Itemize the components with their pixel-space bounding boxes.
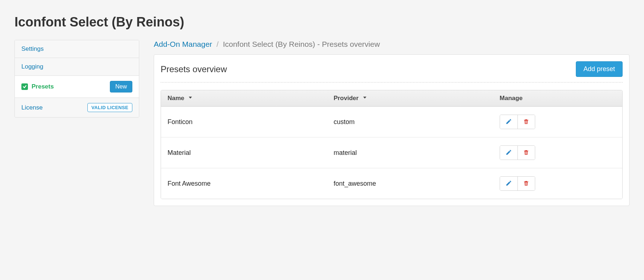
pencil-icon	[505, 149, 512, 157]
table-row: Fonticon custom	[161, 107, 622, 137]
cell-provider: font_awesome	[327, 168, 493, 199]
edit-button[interactable]	[500, 146, 517, 160]
sidebar-item-label: Presets	[32, 83, 54, 90]
table-row: Font Awesome font_awesome	[161, 168, 622, 199]
delete-button[interactable]	[517, 146, 535, 160]
cell-manage	[493, 107, 622, 137]
panel-title: Presets overview	[161, 64, 227, 74]
sidebar: Settings Logging Presets New License VAL…	[15, 40, 139, 118]
delete-button[interactable]	[517, 115, 535, 129]
edit-button[interactable]	[500, 177, 517, 190]
table-row: Material material	[161, 137, 622, 168]
action-group	[500, 115, 535, 129]
sidebar-item-logging[interactable]: Logging	[15, 58, 139, 76]
pencil-icon	[505, 118, 512, 126]
trash-icon	[523, 149, 529, 157]
sidebar-item-label: License	[21, 104, 43, 111]
column-header-provider[interactable]: Provider	[327, 90, 493, 107]
edit-button[interactable]	[500, 115, 517, 129]
cell-provider: material	[327, 137, 493, 168]
column-header-manage: Manage	[493, 90, 622, 107]
chevron-down-icon	[188, 95, 193, 102]
cell-manage	[493, 168, 622, 199]
chevron-down-icon	[362, 95, 367, 102]
cell-provider: custom	[327, 107, 493, 137]
presets-table: Name Provider	[161, 90, 623, 199]
main-content: Add-On Manager / Iconfont Select (By Rei…	[154, 40, 629, 206]
sidebar-item-presets[interactable]: Presets New	[15, 76, 139, 98]
trash-icon	[523, 118, 529, 126]
new-button[interactable]: New	[110, 81, 132, 92]
cell-name: Fonticon	[161, 107, 327, 137]
trash-icon	[523, 180, 529, 188]
page-title: Iconfont Select (By Reinos)	[15, 15, 629, 30]
cell-manage	[493, 137, 622, 168]
breadcrumb-separator: /	[216, 40, 219, 48]
breadcrumb-current: Iconfont Select (By Reinos) - Presets ov…	[223, 40, 380, 48]
breadcrumb: Add-On Manager / Iconfont Select (By Rei…	[154, 40, 629, 49]
add-preset-button[interactable]: Add preset	[576, 61, 623, 77]
column-label: Name	[168, 95, 184, 102]
column-label: Manage	[500, 95, 523, 102]
pencil-icon	[505, 180, 512, 188]
license-badge: VALID LICENSE	[87, 103, 132, 112]
delete-button[interactable]	[517, 177, 535, 190]
breadcrumb-root-link[interactable]: Add-On Manager	[154, 40, 212, 48]
action-group	[500, 145, 535, 160]
sidebar-item-label: Logging	[21, 63, 44, 70]
panel: Presets overview Add preset Name	[154, 54, 629, 206]
cell-name: Font Awesome	[161, 168, 327, 199]
column-label: Provider	[334, 95, 359, 102]
sidebar-item-settings[interactable]: Settings	[15, 40, 139, 58]
sidebar-item-license[interactable]: License VALID LICENSE	[15, 98, 139, 117]
action-group	[500, 176, 535, 191]
check-icon	[21, 83, 28, 90]
column-header-name[interactable]: Name	[161, 90, 327, 107]
sidebar-item-label: Settings	[21, 45, 44, 53]
cell-name: Material	[161, 137, 327, 168]
